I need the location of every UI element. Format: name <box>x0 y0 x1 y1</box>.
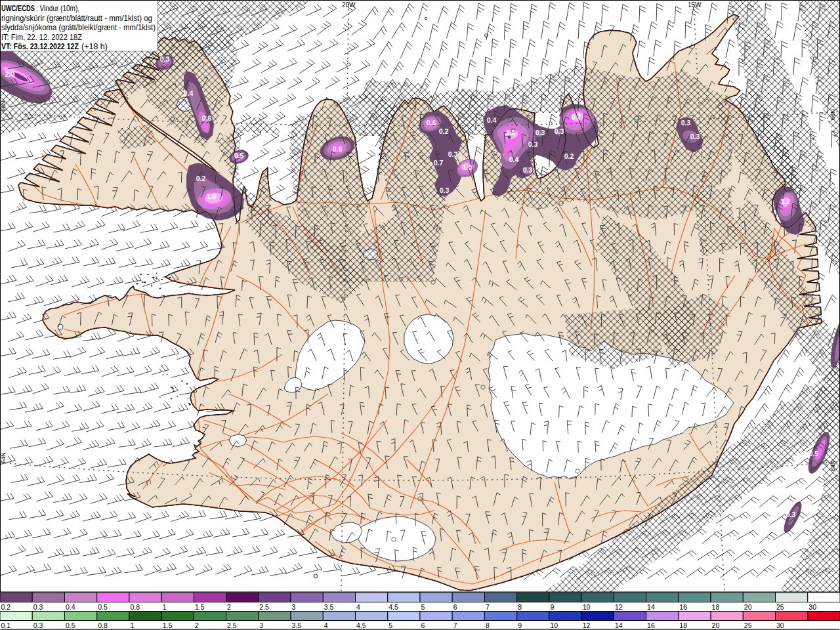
svg-text:30: 30 <box>808 603 816 611</box>
svg-text:0.7: 0.7 <box>572 113 581 121</box>
svg-text:12: 12 <box>615 603 623 611</box>
svg-text:2.5: 2.5 <box>259 603 269 611</box>
svg-text:1: 1 <box>130 621 134 629</box>
svg-text:10: 10 <box>550 621 558 629</box>
svg-text:30: 30 <box>776 621 784 629</box>
svg-text:0.8: 0.8 <box>130 603 140 611</box>
svg-text:1.5: 1.5 <box>163 621 173 629</box>
svg-text:0.4: 0.4 <box>66 603 75 611</box>
svg-text:0.3: 0.3 <box>33 621 43 629</box>
svg-text:2.0: 2.0 <box>5 70 15 78</box>
svg-text:UWC/ECDS: UWC/ECDS <box>1 4 35 13</box>
svg-text:3: 3 <box>292 603 296 611</box>
svg-text:0.8: 0.8 <box>98 621 108 629</box>
svg-text:7: 7 <box>453 621 457 629</box>
svg-text:0.7: 0.7 <box>434 159 444 167</box>
svg-text:7: 7 <box>486 603 490 611</box>
svg-text:16: 16 <box>647 621 655 629</box>
svg-text:0.3: 0.3 <box>33 603 43 611</box>
svg-text:20: 20 <box>744 603 752 611</box>
svg-text:4.5: 4.5 <box>356 621 366 629</box>
svg-text:0.3: 0.3 <box>555 127 564 135</box>
svg-text:0.2: 0.2 <box>564 152 574 160</box>
svg-text:20: 20 <box>712 621 720 629</box>
svg-text:15W: 15W <box>688 1 702 9</box>
svg-text:: Vindur (10m),: : Vindur (10m), <box>36 4 79 13</box>
svg-text:0.2: 0.2 <box>1 603 11 611</box>
svg-text:6: 6 <box>421 621 425 629</box>
svg-text:0.5: 0.5 <box>234 152 244 159</box>
svg-text:2: 2 <box>227 603 231 611</box>
svg-text:6: 6 <box>453 603 457 611</box>
svg-text:1.5: 1.5 <box>195 603 205 611</box>
svg-text:0.2: 0.2 <box>439 127 449 135</box>
svg-text:0.3: 0.3 <box>690 133 700 140</box>
svg-text:(+18 h): (+18 h) <box>81 42 108 51</box>
svg-text:18: 18 <box>679 621 687 629</box>
svg-text:16: 16 <box>679 603 687 611</box>
svg-text:1.0: 1.0 <box>463 163 472 171</box>
svg-text:9: 9 <box>550 603 554 611</box>
svg-text:1.2: 1.2 <box>781 198 791 205</box>
svg-text:5: 5 <box>388 621 392 629</box>
svg-text:0.3: 0.3 <box>528 140 538 148</box>
svg-text:0.3: 0.3 <box>536 129 545 136</box>
svg-text:3.5: 3.5 <box>292 621 302 629</box>
svg-text:0.4: 0.4 <box>487 116 497 124</box>
svg-text:1: 1 <box>163 603 167 611</box>
svg-text:5: 5 <box>421 603 425 611</box>
svg-text:3: 3 <box>259 621 263 629</box>
svg-text:0.4: 0.4 <box>509 156 519 163</box>
svg-text:14: 14 <box>647 603 655 611</box>
svg-text:8: 8 <box>486 621 490 629</box>
svg-text:IT: Fim. 22. 12. 2022 18Z: IT: Fim. 22. 12. 2022 18Z <box>1 33 82 42</box>
svg-text:4: 4 <box>324 621 328 629</box>
svg-text:0.6: 0.6 <box>333 145 343 153</box>
svg-text:0.6: 0.6 <box>427 119 436 127</box>
svg-text:0.3: 0.3 <box>440 186 450 194</box>
svg-text:4.5: 4.5 <box>388 603 398 611</box>
svg-text:1.0: 1.0 <box>207 192 217 200</box>
svg-text:18: 18 <box>712 603 720 611</box>
svg-text:64N: 64N <box>0 452 7 463</box>
svg-text:slydda/snjókoma (grátt/bleikt/: slydda/snjókoma (grátt/bleikt/grænt - mm… <box>1 23 156 32</box>
svg-text:0.3: 0.3 <box>786 511 796 518</box>
svg-text:12: 12 <box>583 621 591 629</box>
svg-text:0.6: 0.6 <box>202 114 212 122</box>
svg-text:VT: Fös. 23.12.2022 12Z: VT: Fös. 23.12.2022 12Z <box>1 42 79 51</box>
svg-text:66N: 66N <box>0 100 7 112</box>
svg-text:25: 25 <box>776 603 784 611</box>
svg-text:14: 14 <box>615 621 623 629</box>
svg-text:0.5: 0.5 <box>98 603 108 611</box>
svg-text:4: 4 <box>356 603 360 611</box>
svg-text:25: 25 <box>744 621 752 629</box>
svg-text:0.4: 0.4 <box>184 89 194 97</box>
svg-text:66N: 66N <box>830 109 836 120</box>
svg-text:8: 8 <box>518 603 522 611</box>
svg-text:0.5: 0.5 <box>809 450 819 457</box>
svg-text:rigning/skúrir (grænt/blátt/ra: rigning/skúrir (grænt/blátt/rautt - mm/1… <box>1 14 152 23</box>
svg-text:2: 2 <box>195 621 199 629</box>
svg-text:0.3: 0.3 <box>448 150 458 158</box>
svg-text:0.2: 0.2 <box>196 175 206 182</box>
svg-text:0.5: 0.5 <box>66 621 75 629</box>
svg-text:0.3: 0.3 <box>681 119 691 127</box>
svg-text:0.3: 0.3 <box>160 55 170 63</box>
svg-text:3.5: 3.5 <box>324 603 334 611</box>
svg-text:9: 9 <box>518 621 522 629</box>
svg-text:2.5: 2.5 <box>227 621 237 629</box>
svg-text:0.3: 0.3 <box>523 166 533 174</box>
svg-text:0.1: 0.1 <box>1 621 11 629</box>
svg-text:64N: 64N <box>830 460 836 471</box>
svg-text:10: 10 <box>583 603 591 611</box>
